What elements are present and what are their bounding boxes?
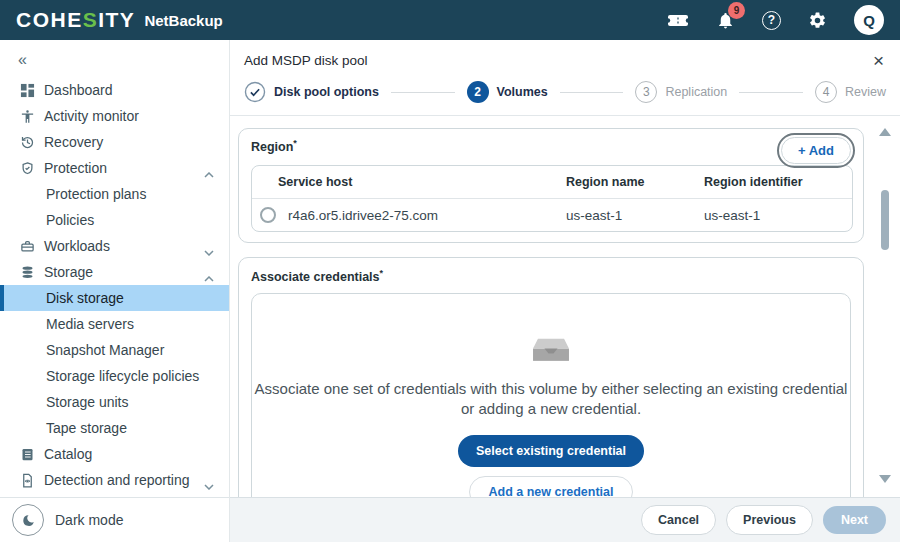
- notification-count-badge: 9: [728, 2, 745, 19]
- sidebar-item-detection-and-reporting[interactable]: Detection and reporting: [0, 467, 229, 493]
- column-service-host: Service host: [252, 166, 558, 199]
- catalog-book-icon: [18, 447, 36, 462]
- service-host-value: r4a6.or5.idrivee2-75.com: [288, 208, 438, 223]
- product-name: NetBackup: [144, 12, 222, 29]
- table-row[interactable]: r4a6.or5.idrivee2-75.com us-east-1 us-ea…: [252, 199, 852, 232]
- sidebar-collapse-icon[interactable]: «: [0, 40, 229, 77]
- dark-mode-toggle[interactable]: [12, 504, 44, 536]
- topbar: COHESITY NetBackup 9 ? Q: [0, 0, 900, 40]
- step-label: Review: [845, 85, 886, 99]
- sidebar-item-protection-plans[interactable]: Protection plans: [0, 181, 229, 207]
- wizard-content: Region* + Add Service host Region name R…: [230, 116, 900, 497]
- scrollbar-thumb[interactable]: [881, 190, 889, 250]
- chevron-up-icon: [204, 165, 214, 181]
- sidebar-item-snapshot-manager[interactable]: Snapshot Manager: [0, 337, 229, 363]
- wizard-panel: Add MSDP disk pool × Disk pool options 2…: [230, 40, 900, 542]
- step-number: 4: [815, 81, 837, 103]
- column-region-identifier: Region identifier: [696, 166, 852, 199]
- sidebar-item-label: Disk storage: [46, 290, 124, 306]
- step-label: Disk pool options: [274, 85, 379, 99]
- sidebar-item-label: Storage: [44, 264, 93, 280]
- dark-mode-label: Dark mode: [55, 512, 123, 528]
- shield-check-icon: [18, 161, 36, 176]
- sidebar-item-dashboard[interactable]: Dashboard: [0, 77, 229, 103]
- brand-suffix: ITY: [98, 8, 135, 31]
- required-marker: *: [380, 268, 384, 278]
- sidebar-item-storage-lifecycle-policies[interactable]: Storage lifecycle policies: [0, 363, 229, 389]
- sidebar-item-label: Tape storage: [46, 420, 127, 436]
- step-review[interactable]: 4 Review: [815, 81, 886, 103]
- help-glyph: ?: [762, 11, 781, 30]
- sidebar-item-label: Recovery: [44, 134, 103, 150]
- sidebar-item-label: Dashboard: [44, 82, 113, 98]
- sidebar-item-label: Media servers: [46, 316, 134, 332]
- step-check-icon: [244, 81, 266, 103]
- scroll-down-arrow-icon[interactable]: [879, 475, 891, 483]
- sidebar-item-label: Snapshot Manager: [46, 342, 164, 358]
- sidebar-item-label: Detection and reporting: [44, 472, 190, 488]
- previous-button[interactable]: Previous: [726, 505, 813, 535]
- sidebar-footer: Dark mode: [0, 497, 229, 542]
- wizard-stepper: Disk pool options 2 Volumes 3 Replicatio…: [230, 72, 900, 116]
- sidebar-item-label: Protection: [44, 160, 107, 176]
- credentials-label: Associate credentials*: [251, 268, 851, 284]
- sidebar-item-label: Protection plans: [46, 186, 146, 202]
- next-button[interactable]: Next: [823, 506, 886, 534]
- sidebar-item-label: Workloads: [44, 238, 110, 254]
- sidebar-item-workloads[interactable]: Workloads: [0, 233, 229, 259]
- user-avatar[interactable]: Q: [854, 5, 884, 35]
- sidebar-item-tape-storage[interactable]: Tape storage: [0, 415, 229, 441]
- content-scrollbar[interactable]: [878, 118, 892, 493]
- sidebar-item-activity-monitor[interactable]: Activity monitor: [0, 103, 229, 129]
- add-region-button[interactable]: + Add: [781, 137, 851, 164]
- scroll-up-arrow-icon[interactable]: [879, 128, 891, 136]
- credentials-empty-text: Associate one set of credentials with th…: [252, 379, 850, 420]
- notifications-bell-icon[interactable]: 9: [716, 10, 735, 31]
- sidebar-item-protection[interactable]: Protection: [0, 155, 229, 181]
- select-existing-credential-button[interactable]: Select existing credential: [458, 435, 644, 467]
- help-icon[interactable]: ?: [762, 11, 781, 30]
- region-identifier-value: us-east-1: [696, 199, 852, 232]
- ticket-icon[interactable]: [667, 13, 689, 28]
- column-region-name: Region name: [558, 166, 696, 199]
- database-icon: [18, 265, 36, 280]
- sidebar-nav: Dashboard Activity monitor Recovery Prot…: [0, 77, 229, 497]
- empty-tray-icon: [526, 338, 576, 363]
- step-connector: [560, 92, 624, 93]
- region-table: Service host Region name Region identifi…: [251, 165, 853, 232]
- region-name-value: us-east-1: [558, 199, 696, 232]
- wizard-header: Add MSDP disk pool ×: [230, 40, 900, 72]
- close-icon[interactable]: ×: [873, 54, 884, 68]
- report-eye-icon: [18, 473, 36, 488]
- settings-gear-icon[interactable]: [808, 11, 827, 30]
- step-connector: [391, 92, 455, 93]
- sidebar-item-storage[interactable]: Storage: [0, 259, 229, 285]
- sidebar-item-catalog[interactable]: Catalog: [0, 441, 229, 467]
- sidebar-item-storage-units[interactable]: Storage units: [0, 389, 229, 415]
- step-volumes[interactable]: 2 Volumes: [467, 81, 548, 103]
- cancel-button[interactable]: Cancel: [641, 505, 716, 535]
- sidebar-item-policies[interactable]: Policies: [0, 207, 229, 233]
- moon-icon: [21, 513, 36, 528]
- step-replication[interactable]: 3 Replication: [635, 81, 727, 103]
- chevron-down-icon: [204, 477, 214, 493]
- brand-prefix: COHE: [16, 8, 83, 31]
- sidebar-item-label: Storage units: [46, 394, 129, 410]
- step-number: 2: [467, 81, 489, 103]
- add-new-credential-button[interactable]: Add a new credential: [469, 476, 632, 497]
- region-radio-button[interactable]: [260, 207, 276, 223]
- table-header-row: Service host Region name Region identifi…: [252, 166, 852, 199]
- chevron-up-icon: [204, 269, 214, 285]
- wizard-footer: Cancel Previous Next: [230, 497, 900, 542]
- brand-green-s: S: [83, 8, 99, 31]
- sidebar-item-label: Catalog: [44, 446, 92, 462]
- activity-monitor-icon: [18, 109, 36, 124]
- chevron-down-icon: [204, 243, 214, 259]
- step-connector: [739, 92, 803, 93]
- sidebar-item-disk-storage[interactable]: Disk storage: [0, 285, 229, 311]
- sidebar-item-recovery[interactable]: Recovery: [0, 129, 229, 155]
- sidebar-item-media-servers[interactable]: Media servers: [0, 311, 229, 337]
- briefcase-icon: [18, 239, 36, 254]
- step-disk-pool-options[interactable]: Disk pool options: [244, 81, 379, 103]
- step-label: Replication: [665, 85, 727, 99]
